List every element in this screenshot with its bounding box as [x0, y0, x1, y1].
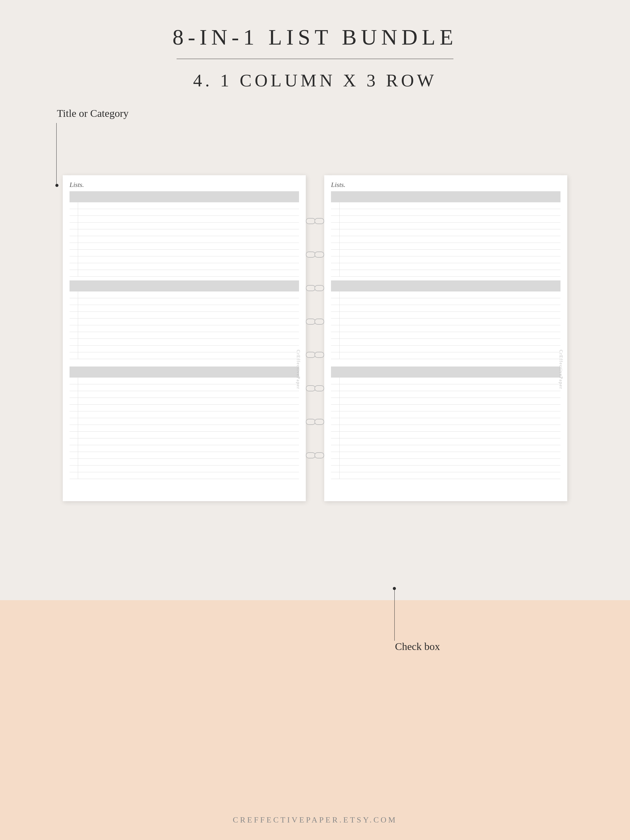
line-row [331, 411, 560, 418]
annotation-checkbox-container: Check box [395, 641, 440, 652]
line-row [70, 209, 299, 216]
line-row [331, 346, 560, 352]
line-row [331, 243, 560, 249]
line-row [331, 298, 560, 305]
line-row [70, 305, 299, 312]
line-row [70, 332, 299, 339]
ring [314, 285, 324, 291]
ring [314, 319, 324, 325]
line-row [331, 305, 560, 312]
line-row [70, 452, 299, 459]
line-row [70, 249, 299, 256]
line-row [70, 425, 299, 432]
line-row [70, 236, 299, 243]
subtitle: 4. 1 COLUMN X 3 ROW [0, 70, 630, 91]
line-row [70, 459, 299, 466]
line-row [331, 332, 560, 339]
left-page: Lists. [63, 175, 306, 501]
line-row [331, 405, 560, 411]
line-row [70, 377, 299, 384]
line-row [331, 432, 560, 439]
line-row [331, 292, 560, 298]
main-title: 8-IN-1 LIST BUNDLE [0, 25, 630, 50]
left-section2-lines [70, 292, 299, 359]
line-row [70, 263, 299, 270]
line-row [70, 312, 299, 319]
ring [314, 452, 324, 458]
line-row [70, 432, 299, 439]
line-row [331, 452, 560, 459]
line-row [70, 439, 299, 445]
line-row [70, 270, 299, 277]
right-page-label: Lists. [331, 181, 345, 189]
left-section1-header [70, 191, 299, 202]
line-row [70, 472, 299, 479]
left-section3-lines [70, 377, 299, 479]
line-row [70, 352, 299, 359]
right-rings [314, 175, 324, 501]
line-row [70, 319, 299, 325]
ring [314, 251, 324, 257]
line-row [331, 391, 560, 398]
line-row [331, 319, 560, 325]
line-row [331, 270, 560, 277]
line-row [331, 312, 560, 319]
annotation-checkbox-dot [393, 587, 396, 590]
left-page-label: Lists. [70, 181, 84, 189]
left-section1-lines [70, 202, 299, 277]
line-row [331, 352, 560, 359]
line-row [331, 209, 560, 216]
footer-text: CREFFECTIVEPAPER.ETSY.COM [0, 815, 630, 825]
line-row [331, 202, 560, 209]
pages-container: Lists. [63, 175, 567, 501]
right-section2-header [331, 280, 560, 292]
line-row [331, 236, 560, 243]
line-row [70, 243, 299, 249]
ring [314, 218, 324, 224]
line-row [70, 466, 299, 472]
line-row [331, 249, 560, 256]
line-row [331, 398, 560, 405]
line-row [70, 339, 299, 346]
left-section2-header [70, 280, 299, 292]
annotation-checkbox-line [394, 589, 395, 641]
line-row [331, 223, 560, 229]
line-row [70, 384, 299, 391]
line-row [70, 202, 299, 209]
line-row [70, 398, 299, 405]
annotation-title-label: Title or Category [57, 107, 128, 119]
right-watermark: CrEffectivePaper [559, 350, 564, 390]
line-row [70, 445, 299, 452]
background-bottom [0, 600, 630, 840]
right-section1-header [331, 191, 560, 202]
ring [314, 419, 324, 425]
line-row [331, 339, 560, 346]
line-row [70, 216, 299, 223]
right-section3-header [331, 366, 560, 377]
left-watermark: CrEffectivePaper [296, 350, 301, 390]
annotation-checkbox-label: Check box [395, 641, 440, 652]
line-row [331, 256, 560, 263]
line-row [70, 391, 299, 398]
line-row [331, 384, 560, 391]
line-row [331, 377, 560, 384]
line-row [70, 346, 299, 352]
line-row [70, 411, 299, 418]
line-row [331, 445, 560, 452]
line-row [331, 325, 560, 332]
line-row [70, 298, 299, 305]
right-section3-lines [331, 377, 560, 479]
line-row [331, 418, 560, 425]
line-row [70, 256, 299, 263]
right-section1-lines [331, 202, 560, 277]
left-section3-header [70, 366, 299, 377]
line-row [331, 425, 560, 432]
line-row [70, 292, 299, 298]
line-row [331, 459, 560, 466]
line-row [70, 229, 299, 236]
line-row [331, 466, 560, 472]
line-row [331, 229, 560, 236]
line-row [331, 216, 560, 223]
line-row [70, 418, 299, 425]
line-row [70, 223, 299, 229]
